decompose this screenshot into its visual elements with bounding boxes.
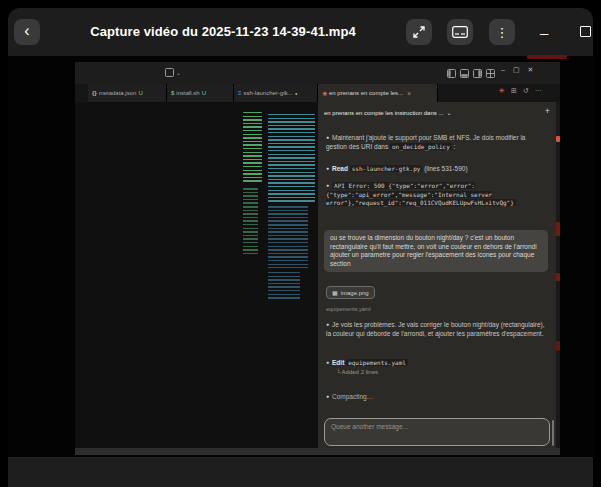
attachment-chip[interactable]: ▦ image.png: [326, 286, 375, 299]
sidebar-left-icon: [447, 69, 456, 78]
code-minimap: [243, 112, 262, 182]
window-title: Capture vidéo du 2025-11-23 14-39-41.mp4: [38, 24, 408, 39]
fullscreen-button[interactable]: [406, 19, 432, 45]
editor-close-button[interactable]: ✕: [528, 66, 534, 74]
chat-input[interactable]: [325, 419, 549, 445]
read-tool-message: ●Read ssh-launcher-gtk.py (lines 531-590…: [326, 164, 548, 174]
conversation-title-dropdown[interactable]: en prenans en compte les instruction dan…: [324, 109, 451, 116]
context-file-label: equipements.yaml: [326, 306, 371, 312]
error-marker: [556, 341, 560, 351]
edit-tool-message: ●Edit equipements.yaml: [326, 358, 548, 368]
error-marker: [556, 136, 560, 142]
message-text: Je vois les problèmes. Je vais corriger …: [326, 321, 544, 337]
diff-text: Added 2 lines: [342, 369, 378, 375]
history-button[interactable]: ↺: [523, 87, 529, 95]
split-editor-button[interactable]: ⊞: [511, 87, 517, 95]
api-error-message: ●API Error: 500 {"type":"error","error":…: [326, 181, 548, 208]
tab-metadata-json[interactable]: {} metadata.json U: [88, 84, 167, 102]
error-marker: [556, 222, 560, 236]
chevron-down-icon: ⌄: [446, 109, 451, 116]
modified-dot-icon: ●: [295, 91, 297, 96]
code-minimap: [268, 114, 315, 202]
more-actions-button[interactable]: ⋯: [535, 87, 542, 95]
diff-summary: └ Added 2 lines: [336, 369, 378, 375]
minimize-button[interactable]: –: [540, 24, 548, 41]
toggle-panel-button[interactable]: [460, 69, 469, 78]
customize-layout-button[interactable]: [486, 69, 495, 78]
subtitles-button[interactable]: [447, 19, 473, 45]
editor-titlebar: ⌄: [75, 62, 560, 84]
player-bottom-bar[interactable]: [8, 457, 593, 487]
status-text: Compacting…: [332, 393, 373, 400]
tab-label: en prenans en compte les...: [329, 90, 403, 96]
code-minimap: [268, 272, 300, 300]
back-icon: ‹: [24, 31, 29, 34]
chevron-down-icon: ⌄: [176, 69, 181, 76]
tool-verb: Edit: [332, 359, 344, 366]
assistant-message: ●Maintenant j'ajoute le support pour SMB…: [326, 133, 548, 151]
error-text: API Error: 500 {"type":"error","error": …: [326, 182, 516, 206]
menu-button[interactable]: ⋮: [489, 19, 515, 45]
new-chat-button[interactable]: +: [545, 106, 550, 116]
tab-claude-chat[interactable]: ✳ en prenans en compte les... ×: [318, 84, 438, 102]
chat-input-container: [324, 418, 550, 446]
panel-bottom-icon: [460, 69, 469, 78]
code-minimap: [268, 206, 308, 268]
desktop-taskbar: [75, 448, 560, 455]
attachment-name: image.png: [341, 290, 369, 296]
header-bar: ‹ Capture vidéo du 2025-11-23 14-39-41.m…: [8, 8, 593, 56]
tab-label: metadata.json: [99, 90, 137, 96]
subtitles-icon: [452, 26, 468, 38]
claude-icon: ✳: [322, 90, 327, 97]
bullet-icon: ●: [326, 359, 329, 365]
connector-glyph: └: [336, 369, 340, 375]
bullet-icon: ●: [326, 134, 329, 140]
inline-code: on_decide_policy: [390, 143, 452, 150]
sidebar-right-icon: [473, 69, 482, 78]
tab-ssh-launcher[interactable]: ≡ ssh-launcher-gtk... ●: [234, 84, 318, 102]
inline-code: ssh-launcher-gtk.py: [350, 165, 423, 172]
recorded-desktop: ⌄: [75, 62, 560, 455]
fullscreen-icon: [412, 25, 426, 39]
error-marker: [556, 273, 560, 281]
git-untracked-badge: U: [202, 90, 206, 96]
toggle-right-sidebar-button[interactable]: [473, 69, 482, 78]
shell-file-icon: $: [171, 90, 174, 96]
status-compacting: ●Compacting…: [326, 392, 548, 402]
open-editors-dropdown[interactable]: ⌄: [165, 68, 181, 77]
kebab-menu-icon: ⋮: [496, 25, 509, 40]
back-button[interactable]: ‹: [14, 19, 40, 45]
assistant-message: ●Je vois les problèmes. Je vais corriger…: [326, 320, 548, 338]
tab-close-icon[interactable]: ×: [407, 90, 411, 97]
git-untracked-badge: U: [138, 90, 142, 96]
image-icon: ▦: [332, 289, 338, 296]
editor-maximize-button[interactable]: ▢: [513, 66, 520, 74]
conversation-title: en prenans en compte les instruction dan…: [324, 110, 443, 116]
bullet-icon: ●: [326, 321, 329, 327]
message-text: (lines 531-590): [422, 165, 467, 172]
tool-verb: Read: [332, 165, 348, 172]
user-message-text: ou se trouve la dimension du bouton nigh…: [330, 234, 537, 267]
claude-icon: ✳: [499, 87, 505, 95]
open-editors-icon: [165, 68, 174, 77]
code-editor-area: [75, 102, 318, 448]
notification-sliver: [527, 55, 567, 59]
tab-label: install.sh: [176, 90, 199, 96]
chat-panel: en prenans en compte les instruction dan…: [318, 102, 556, 448]
python-file-icon: ≡: [238, 90, 242, 96]
maximize-button[interactable]: [580, 26, 591, 37]
editor-minimize-button[interactable]: –: [501, 66, 505, 74]
bullet-icon: ●: [326, 165, 329, 171]
layout-grid-icon: [486, 69, 495, 78]
bullet-icon: ●: [326, 182, 329, 188]
code-minimap: [243, 188, 258, 256]
tab-install-sh[interactable]: $ install.sh U: [167, 84, 234, 102]
inline-code: equipements.yaml: [346, 359, 408, 366]
bullet-icon: ●: [326, 393, 329, 399]
user-message-bubble: ou se trouve la dimension du bouton nigh…: [324, 230, 548, 272]
tab-label: ssh-launcher-gtk...: [244, 90, 293, 96]
chat-scrollbar-thumb[interactable]: [552, 420, 554, 446]
message-text: :: [452, 143, 456, 150]
toggle-left-sidebar-button[interactable]: [447, 69, 456, 78]
json-file-icon: {}: [92, 90, 97, 96]
